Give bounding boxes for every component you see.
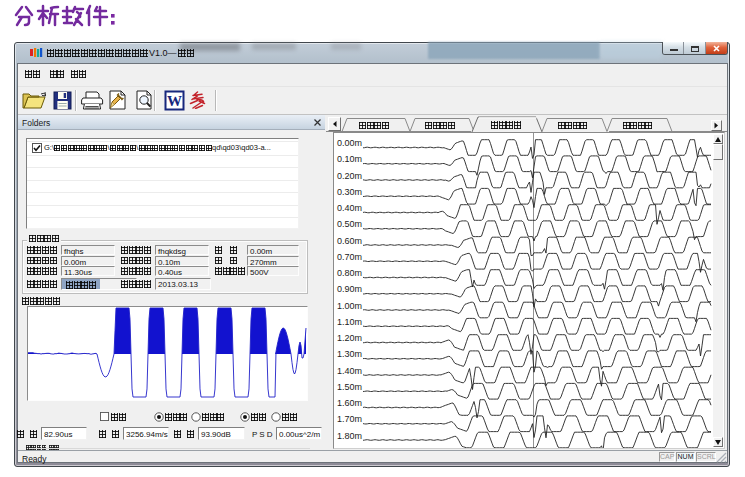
svg-text:W: W — [167, 93, 182, 109]
